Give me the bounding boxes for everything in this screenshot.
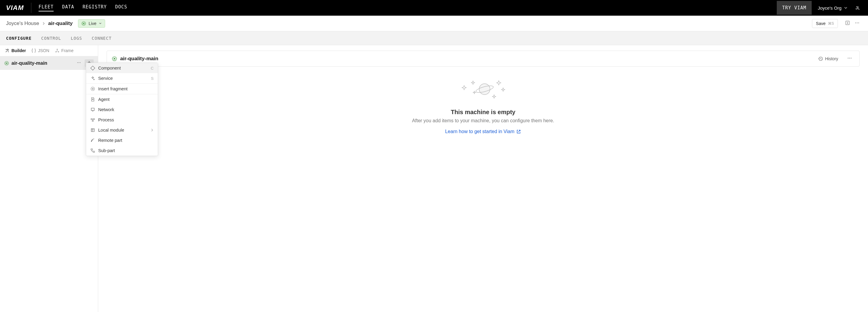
menu-item-service[interactable]: Service S — [86, 73, 158, 84]
menu-item-process[interactable]: Process — [86, 115, 158, 125]
org-name: Joyce's Org — [818, 5, 841, 10]
file-arrow-icon — [90, 97, 95, 102]
wrench-icon — [5, 48, 10, 53]
machine-more-button[interactable] — [75, 59, 82, 67]
svg-rect-20 — [91, 119, 92, 120]
external-link-icon — [516, 129, 521, 134]
machine-row[interactable]: air-quality-main — [0, 56, 98, 70]
tab-control[interactable]: CONTROL — [41, 36, 61, 41]
machine-name: air-quality-main — [11, 61, 73, 66]
svg-point-15 — [80, 62, 81, 63]
save-shortcut: ⌘S — [828, 21, 834, 26]
menu-item-agent[interactable]: Agent — [86, 94, 158, 104]
menu-item-label: Process — [98, 118, 114, 122]
svg-rect-25 — [91, 149, 92, 150]
svg-point-17 — [91, 87, 95, 91]
module-icon — [90, 128, 95, 132]
fragment-icon — [90, 87, 95, 91]
broadcast-icon — [112, 56, 117, 61]
chevron-down-icon — [99, 22, 102, 25]
menu-item-insert-fragment[interactable]: Insert fragment — [86, 84, 158, 94]
menu-item-label: Sub-part — [98, 148, 115, 153]
more-button[interactable] — [852, 19, 862, 27]
breadcrumb-current: air-quality — [48, 21, 72, 27]
sidebar: Builder JSON Frame air-quality-main — [0, 45, 98, 312]
empty-title: This machine is empty — [106, 109, 860, 116]
svg-point-33 — [851, 58, 852, 59]
content-area: air-quality-main History — [98, 45, 868, 312]
top-navigation: VIAM FLEET DATA REGISTRY DOCS TRY VIAM J… — [0, 0, 868, 15]
svg-point-4 — [855, 23, 856, 24]
page-tabs: CONFIGURE CONTROL LOGS CONNECT — [0, 31, 868, 45]
subheader: Joyce's House air-quality Live Save ⌘S — [0, 15, 868, 31]
sidebar-tab-frame[interactable]: Frame — [55, 48, 73, 53]
history-icon — [818, 56, 823, 61]
chevron-right-icon — [42, 22, 45, 25]
svg-point-34 — [479, 84, 490, 95]
save-button[interactable]: Save ⌘S — [812, 19, 838, 28]
learn-link[interactable]: Learn how to get started in Viam — [445, 129, 521, 134]
content-more-button[interactable] — [845, 55, 855, 63]
chevron-down-icon — [844, 6, 847, 10]
svg-point-13 — [77, 62, 78, 63]
svg-rect-16 — [91, 66, 95, 70]
tab-logs[interactable]: LOGS — [71, 36, 82, 41]
nav-data[interactable]: DATA — [62, 4, 74, 11]
nav-registry[interactable]: REGISTRY — [83, 4, 106, 11]
menu-item-label: Service — [98, 76, 113, 81]
content-header: air-quality-main History — [106, 51, 860, 67]
menu-item-label: Remote part — [98, 138, 122, 143]
dots-icon — [77, 61, 81, 65]
process-icon — [90, 118, 95, 122]
signal-icon — [90, 138, 95, 143]
menu-item-label: Agent — [98, 97, 110, 102]
menu-item-shortcut: S — [151, 76, 154, 81]
learn-link-label: Learn how to get started in Viam — [445, 129, 515, 134]
tab-connect[interactable]: CONNECT — [92, 36, 112, 41]
history-button[interactable]: History — [818, 56, 838, 61]
menu-item-shortcut: C — [151, 66, 154, 70]
status-pill[interactable]: Live — [78, 19, 105, 28]
svg-point-7 — [57, 49, 58, 50]
add-menu: Component C Service S Insert fragment Ag… — [86, 63, 158, 156]
sidebar-tab-label: JSON — [38, 48, 49, 53]
status-label: Live — [89, 21, 96, 26]
sidebar-tab-builder[interactable]: Builder — [5, 48, 26, 53]
menu-item-label: Local module — [98, 128, 124, 132]
download-button[interactable] — [843, 19, 852, 27]
sidebar-tab-json[interactable]: JSON — [31, 48, 49, 53]
divider — [31, 3, 31, 13]
nav-fleet[interactable]: FLEET — [38, 4, 54, 11]
planet-sparkles-icon — [456, 79, 510, 103]
menu-item-component[interactable]: Component C — [86, 63, 158, 73]
sidebar-view-tabs: Builder JSON Frame — [0, 45, 98, 56]
logo[interactable]: VIAM — [6, 4, 31, 12]
svg-point-24 — [91, 141, 92, 142]
chevron-right-icon — [151, 129, 154, 132]
svg-point-5 — [857, 23, 858, 24]
dots-icon — [855, 21, 860, 25]
svg-rect-19 — [91, 108, 94, 111]
menu-item-local-module[interactable]: Local module — [86, 125, 158, 135]
download-icon — [845, 21, 850, 25]
breadcrumb-parent[interactable]: Joyce's House — [6, 21, 39, 27]
topnav-links: FLEET DATA REGISTRY DOCS — [38, 4, 127, 11]
subpart-icon — [90, 148, 95, 153]
menu-item-sub-part[interactable]: Sub-part — [86, 146, 158, 156]
diamond-icon — [90, 66, 95, 70]
tab-configure[interactable]: CONFIGURE — [6, 36, 32, 41]
svg-rect-23 — [91, 129, 94, 132]
empty-description: After you add items to your machine, you… — [106, 118, 860, 123]
svg-point-31 — [848, 58, 849, 59]
menu-item-network[interactable]: Network — [86, 104, 158, 115]
empty-state: This machine is empty After you add item… — [106, 79, 860, 134]
svg-point-27 — [114, 58, 115, 59]
broadcast-icon — [4, 61, 9, 66]
try-viam-button[interactable]: TRY VIAM — [777, 1, 812, 15]
nav-docs[interactable]: DOCS — [115, 4, 127, 11]
menu-item-remote-part[interactable]: Remote part — [86, 135, 158, 146]
org-switcher[interactable]: Joyce's Org — [818, 5, 847, 10]
avatar[interactable]: JL — [854, 4, 862, 12]
save-label: Save — [816, 21, 826, 26]
svg-point-14 — [79, 62, 79, 63]
